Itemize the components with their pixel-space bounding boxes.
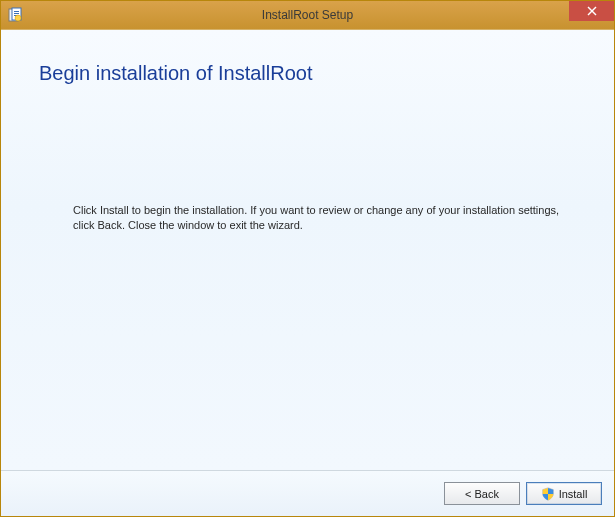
installer-window: InstallRoot Setup Begin installation of …	[0, 0, 615, 517]
svg-rect-2	[14, 11, 19, 12]
titlebar[interactable]: InstallRoot Setup	[1, 1, 614, 29]
close-button[interactable]	[569, 1, 614, 21]
footer: < Back Install	[1, 470, 614, 516]
installer-icon	[7, 7, 23, 23]
window-title: InstallRoot Setup	[1, 8, 614, 22]
svg-rect-3	[14, 13, 19, 14]
install-button[interactable]: Install	[526, 482, 602, 505]
install-button-label: Install	[559, 488, 588, 500]
content-area: Begin installation of InstallRoot Click …	[1, 29, 614, 470]
close-icon	[587, 6, 597, 16]
back-button[interactable]: < Back	[444, 482, 520, 505]
back-button-label: < Back	[465, 488, 499, 500]
page-heading: Begin installation of InstallRoot	[1, 30, 614, 85]
page-body-text: Click Install to begin the installation.…	[1, 85, 614, 233]
svg-point-5	[15, 15, 21, 21]
uac-shield-icon	[541, 487, 555, 501]
